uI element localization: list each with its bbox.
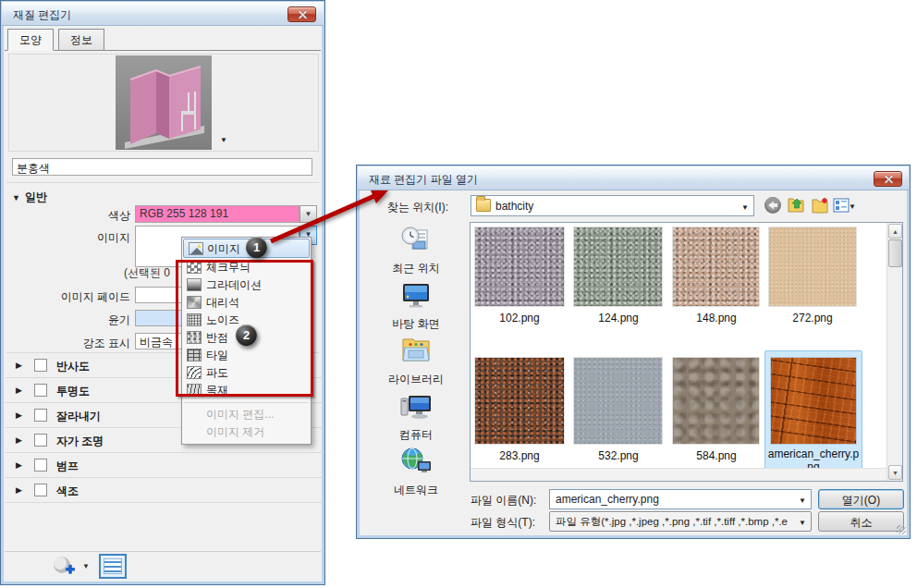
callout-badge-1: 1 xyxy=(246,237,267,258)
resize-grip[interactable] xyxy=(897,525,906,534)
gloss-label: 윤기 xyxy=(6,312,130,328)
file-label[interactable]: 283.png xyxy=(471,449,568,462)
file-label[interactable]: 584.png xyxy=(668,449,764,462)
section-checkbox[interactable] xyxy=(34,359,47,372)
chevron-right-icon: ▶ xyxy=(16,460,22,470)
menu-item-label: 이미지 xyxy=(207,242,240,255)
views-chevron-down-icon[interactable]: ▼ xyxy=(849,202,856,211)
section-tint[interactable]: ▶색조 xyxy=(5,478,323,503)
close-icon[interactable] xyxy=(287,6,316,22)
file-open-titlebar[interactable]: 재료 편집기 파일 열기 xyxy=(358,166,909,190)
image-icon xyxy=(189,242,203,255)
file-list: 102.png 124.png 148.png 272.png 283.png … xyxy=(470,222,903,482)
chevron-right-icon: ▶ xyxy=(16,435,22,445)
file-thumbnail-584[interactable] xyxy=(673,358,759,444)
preview-options-chevron-down-icon[interactable]: ▼ xyxy=(220,136,227,144)
cancel-button[interactable]: 취소 xyxy=(818,511,904,532)
tab-appearance-label: 모양 xyxy=(19,33,42,46)
file-name-value: american_cherry.png xyxy=(556,493,659,506)
place-recent[interactable]: 최근 위치 xyxy=(364,225,468,276)
file-thumbnail-283[interactable] xyxy=(475,358,564,444)
create-material-icon[interactable] xyxy=(51,555,77,579)
file-label[interactable]: 532.png xyxy=(570,449,666,462)
chevron-down-icon: ▼ xyxy=(12,193,20,202)
tab-info-label: 정보 xyxy=(70,33,92,46)
menu-item-remove-image: 이미지 제거 xyxy=(182,423,311,441)
chevron-right-icon: ▶ xyxy=(16,361,22,370)
desktop-icon xyxy=(399,280,433,312)
section-checkbox[interactable] xyxy=(34,484,47,496)
menu-separator xyxy=(184,402,309,403)
horizontal-scrollbar[interactable] xyxy=(471,468,887,481)
file-thumbnail-102[interactable] xyxy=(475,227,564,306)
places-bar: 최근 위치 바탕 화면 xyxy=(364,221,468,498)
chevron-down-icon[interactable]: ▼ xyxy=(799,496,806,505)
chevron-right-icon: ▶ xyxy=(16,410,22,420)
create-material-chevron-down-icon[interactable]: ▼ xyxy=(82,562,90,570)
file-thumbnail-272[interactable] xyxy=(769,227,856,306)
screenshot-root: 재질 편집기 모양 정보 xyxy=(0,0,917,588)
scroll-up-icon[interactable]: ▲ xyxy=(888,224,902,239)
scroll-down-icon[interactable]: ▼ xyxy=(888,465,902,480)
color-value-field[interactable]: RGB 255 128 191 xyxy=(135,205,300,223)
section-checkbox[interactable] xyxy=(34,409,47,422)
section-bump[interactable]: ▶범프 xyxy=(5,453,323,478)
file-thumbnail-american-cherry[interactable] xyxy=(771,358,856,444)
tab-appearance[interactable]: 모양 xyxy=(7,29,54,51)
file-type-label: 파일 형식(T): xyxy=(471,515,535,531)
place-computer[interactable]: 컴퓨터 xyxy=(364,391,468,443)
tab-info[interactable]: 정보 xyxy=(58,29,104,50)
up-folder-icon[interactable] xyxy=(788,196,806,214)
toggle-panel-button[interactable] xyxy=(99,554,127,579)
vertical-scrollbar[interactable]: ▲ ▼ xyxy=(886,223,902,481)
libraries-icon xyxy=(399,336,433,367)
file-label[interactable]: 102.png xyxy=(471,312,568,325)
image-selected-note: (선택된 0 xyxy=(124,265,170,281)
divider xyxy=(6,182,319,183)
section-checkbox[interactable] xyxy=(34,384,47,397)
look-in-combobox[interactable]: bathcity ▼ xyxy=(471,195,754,216)
color-label: 색상 xyxy=(6,208,130,224)
file-name-combobox[interactable]: american_cherry.png ▼ xyxy=(549,489,812,509)
highlight-label: 강조 표시 xyxy=(6,336,130,351)
place-label: 최근 위치 xyxy=(364,261,468,276)
wood-plank-pattern xyxy=(771,358,856,444)
place-network[interactable]: 네트워크 xyxy=(364,447,468,498)
file-open-window: 재료 편집기 파일 열기 찾는 위치(I): bathcity ▼ xyxy=(356,165,911,539)
chevron-down-icon[interactable]: ▼ xyxy=(799,519,806,527)
computer-icon xyxy=(399,391,433,423)
close-icon[interactable] xyxy=(874,171,902,187)
scrollbar-thumb[interactable] xyxy=(888,239,902,267)
open-button[interactable]: 열기(O) xyxy=(818,489,904,509)
file-label[interactable]: 124.png xyxy=(570,312,666,325)
material-editor-titlebar[interactable]: 재질 편집기 xyxy=(2,2,324,26)
recent-places-icon xyxy=(399,225,433,256)
general-section-header[interactable]: ▼일반 xyxy=(12,190,47,205)
new-folder-icon[interactable] xyxy=(812,196,830,214)
material-editor-title: 재질 편집기 xyxy=(13,7,71,23)
back-icon[interactable] xyxy=(764,196,782,214)
material-preview-panel: ▼ xyxy=(8,54,319,152)
network-icon xyxy=(399,447,433,478)
folder-icon xyxy=(476,199,491,212)
file-thumbnail-148[interactable] xyxy=(673,227,759,306)
file-thumbnail-124[interactable] xyxy=(574,227,662,306)
place-desktop[interactable]: 바탕 화면 xyxy=(364,280,468,332)
menu-item-edit-image: 이미지 편집... xyxy=(182,406,311,423)
file-type-value: 파일 유형(*.jpg ,*.jpeg ,*.png ,*.tif ,*.tif… xyxy=(556,516,788,527)
image-fade-label: 이미지 페이드 xyxy=(6,289,130,305)
chevron-down-icon[interactable]: ▼ xyxy=(741,203,749,212)
material-preview-image[interactable] xyxy=(116,55,212,150)
file-type-combobox[interactable]: 파일 유형(*.jpg ,*.jpeg ,*.png ,*.tif ,*.tif… xyxy=(549,511,812,532)
look-in-label: 찾는 위치(I): xyxy=(387,200,448,215)
file-label[interactable]: 272.png xyxy=(764,312,861,325)
file-thumbnail-532[interactable] xyxy=(574,358,662,444)
color-dropdown-button[interactable]: ▼ xyxy=(300,205,317,223)
section-checkbox[interactable] xyxy=(34,459,47,472)
material-name-field[interactable]: 분홍색 xyxy=(12,158,312,176)
section-checkbox[interactable] xyxy=(34,434,47,447)
place-libraries[interactable]: 라이브러리 xyxy=(364,336,468,387)
chevron-right-icon: ▶ xyxy=(16,386,22,395)
place-label: 네트워크 xyxy=(364,483,468,498)
file-label[interactable]: 148.png xyxy=(668,312,764,325)
